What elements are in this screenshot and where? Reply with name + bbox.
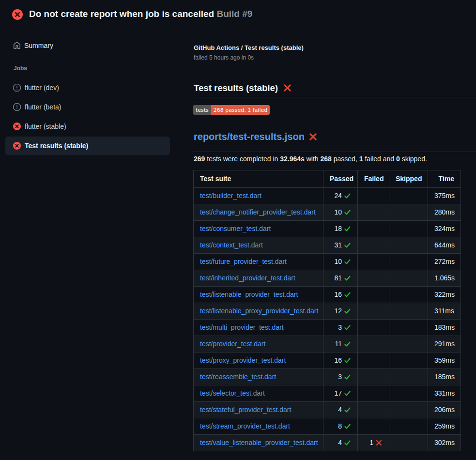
test-suite-link[interactable]: test/stream_provider_test.dart — [200, 422, 290, 430]
results-table: Test suite Passed Failed Skipped Time te… — [193, 170, 461, 451]
result-row: test/change_notifier_provider_test.dart … — [194, 204, 461, 221]
check-icon — [344, 373, 351, 381]
cell-failed — [358, 385, 389, 402]
passed-count: 16 — [334, 355, 351, 366]
cell-test-suite: test/reassemble_test.dart — [194, 369, 323, 385]
col-header-failed: Failed — [358, 170, 389, 188]
cell-skipped — [389, 385, 428, 402]
run-header: Do not create report when job is cancell… — [0, 0, 476, 28]
result-row: test/value_listenable_provider_test.dart… — [194, 435, 461, 451]
report-failed-x-icon — [308, 132, 318, 141]
check-heading: Test results (stable) — [194, 83, 292, 92]
test-suite-link[interactable]: test/change_notifier_provider_test.dart — [200, 208, 316, 216]
check-icon — [344, 340, 351, 348]
result-row: test/proxy_provider_test.dart 16 359ms — [194, 353, 461, 369]
count-number: 18 — [334, 224, 342, 234]
cell-failed — [358, 221, 389, 237]
cell-time: 280ms — [428, 204, 461, 221]
cell-time: 331ms — [428, 385, 461, 402]
test-suite-link[interactable]: test/proxy_provider_test.dart — [200, 356, 286, 364]
badge-value: 268 passed, 1 failed — [211, 105, 270, 115]
cell-passed: 18 — [323, 221, 358, 237]
cell-time: 185ms — [428, 369, 461, 385]
sidebar-item-summary[interactable]: Summary — [5, 39, 170, 52]
test-suite-link[interactable]: test/listenable_proxy_provider_test.dart — [200, 307, 318, 315]
check-icon — [344, 423, 351, 430]
cell-test-suite: test/selector_test.dart — [194, 385, 323, 402]
summary-part: skipped. — [400, 155, 427, 163]
summary-part: 269 — [194, 155, 205, 163]
check-icon — [344, 225, 351, 232]
col-header-time: Time — [428, 170, 461, 188]
col-header-skipped: Skipped — [389, 170, 428, 188]
passed-count: 3 — [338, 322, 351, 333]
cell-time: 1.065s — [428, 270, 461, 287]
count-number: 17 — [334, 388, 342, 399]
cell-failed — [358, 254, 389, 270]
test-suite-link[interactable]: test/provider_test.dart — [200, 340, 265, 348]
result-row: test/multi_provider_test.dart 3 183ms — [194, 320, 461, 336]
passed-count: 31 — [334, 240, 351, 250]
cell-passed: 3 — [323, 320, 358, 336]
check-icon — [344, 406, 351, 414]
sidebar-job-test-results-stable[interactable]: Test results (stable) — [5, 137, 170, 155]
report-heading-link[interactable]: reports/test-results.json — [194, 132, 305, 141]
result-row: test/stream_provider_test.dart 8 259ms — [194, 418, 461, 435]
summary-part: passed, — [332, 155, 359, 163]
job-cancelled-icon — [13, 103, 21, 111]
sidebar-job-flutter-beta[interactable]: flutter (beta) — [5, 98, 170, 116]
check-icon — [344, 324, 351, 331]
check-icon — [344, 390, 351, 397]
test-suite-link[interactable]: test/stateful_provider_test.dart — [200, 406, 291, 414]
cell-time: 322ms — [428, 287, 461, 303]
cell-skipped — [389, 369, 428, 385]
failed-count: 1 — [369, 438, 383, 448]
h2-divider — [193, 152, 476, 152]
count-number: 16 — [334, 355, 342, 366]
sidebar-job-flutter-dev[interactable]: flutter (dev) — [5, 78, 170, 97]
cell-passed: 4 — [323, 402, 358, 418]
cell-test-suite: test/multi_provider_test.dart — [194, 320, 323, 336]
test-suite-link[interactable]: test/inherited_provider_test.dart — [200, 274, 295, 282]
test-suite-link[interactable]: test/listenable_provider_test.dart — [200, 291, 298, 298]
cell-time: 311ms — [428, 303, 461, 320]
cell-time: 183ms — [428, 320, 461, 336]
cell-passed: 17 — [323, 385, 358, 402]
test-suite-link[interactable]: test/context_test.dart — [200, 241, 263, 249]
test-suite-link[interactable]: test/builder_test.dart — [200, 192, 261, 199]
cell-skipped — [389, 435, 428, 451]
cell-failed — [358, 353, 389, 369]
passed-count: 4 — [338, 438, 351, 448]
test-suite-link[interactable]: test/multi_provider_test.dart — [200, 323, 284, 331]
test-suite-link[interactable]: test/reassemble_test.dart — [200, 373, 276, 381]
cell-test-suite: test/listenable_provider_test.dart — [194, 287, 323, 303]
failed-x-icon — [283, 83, 292, 92]
count-number: 3 — [338, 372, 342, 382]
result-row: test/builder_test.dart 24 375ms — [194, 188, 461, 204]
cell-passed: 31 — [323, 237, 358, 254]
passed-count: 3 — [338, 372, 351, 382]
cell-failed — [358, 369, 389, 385]
test-suite-link[interactable]: test/selector_test.dart — [200, 389, 265, 397]
cell-test-suite: test/listenable_proxy_provider_test.dart — [194, 303, 323, 320]
passed-count: 24 — [334, 191, 351, 201]
test-suite-link[interactable]: test/value_listenable_provider_test.dart — [200, 439, 318, 446]
check-icon — [344, 291, 351, 298]
cell-failed — [358, 204, 389, 221]
check-icon — [344, 242, 351, 249]
count-number: 81 — [334, 273, 342, 283]
cell-failed — [358, 188, 389, 204]
test-suite-link[interactable]: test/future_provider_test.dart — [200, 258, 287, 265]
cell-test-suite: test/future_provider_test.dart — [194, 254, 323, 270]
result-row: test/listenable_provider_test.dart 16 32… — [194, 287, 461, 303]
sidebar-job-flutter-stable[interactable]: flutter (stable) — [5, 117, 170, 136]
report-heading[interactable]: reports/test-results.json — [194, 132, 318, 141]
cell-skipped — [389, 353, 428, 369]
test-suite-link[interactable]: test/consumer_test.dart — [200, 225, 271, 232]
cell-skipped — [389, 221, 428, 237]
count-number: 16 — [334, 290, 342, 300]
results-header-row: Test suite Passed Failed Skipped Time — [194, 170, 461, 188]
job-label: Test results (stable) — [25, 142, 88, 150]
summary-part: with — [305, 155, 321, 163]
cell-skipped — [389, 254, 428, 270]
